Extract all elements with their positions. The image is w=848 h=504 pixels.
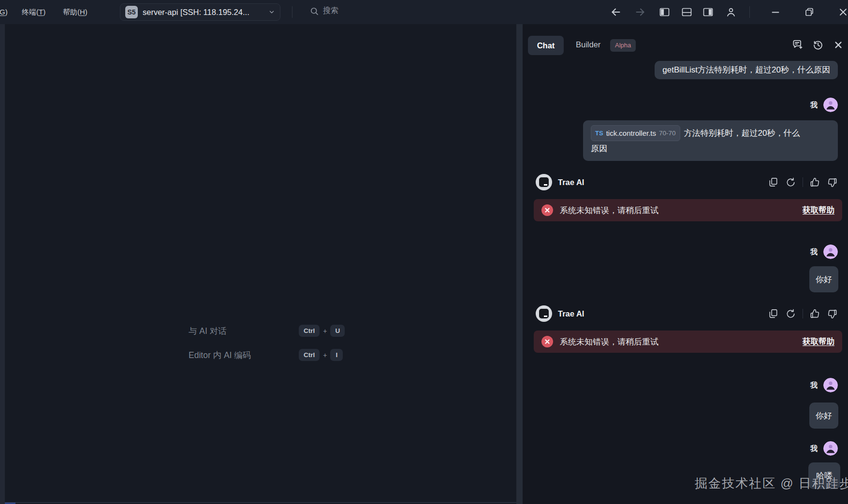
user-avatar	[823, 441, 838, 456]
keycap-u: U	[330, 325, 345, 337]
thumbs-up-icon[interactable]	[809, 308, 820, 319]
window-restore-icon[interactable]	[804, 6, 815, 18]
watermark: 掘金技术社区 @ 日积跬步	[695, 475, 848, 492]
activity-bar-strip	[0, 24, 5, 504]
file-name: tick.controller.ts	[606, 126, 656, 140]
panel-close-icon[interactable]	[832, 39, 845, 51]
menu-item-cut[interactable]: (G)	[0, 7, 8, 17]
error-banner: 系统未知错误，请稍后重试 获取帮助	[534, 331, 842, 353]
get-help-link[interactable]: 获取帮助	[803, 205, 834, 216]
user-label: 我	[810, 381, 818, 390]
toggle-bottom-panel-icon[interactable]	[681, 6, 692, 18]
message-text-line2: 原因	[591, 142, 830, 156]
alpha-badge: Alpha	[610, 39, 636, 52]
search-input[interactable]: 搜索	[309, 6, 338, 16]
assistant-header-row: Trae AI	[536, 174, 838, 190]
error-icon	[541, 204, 553, 216]
user-label: 我	[810, 101, 818, 110]
user-label: 我	[810, 247, 818, 257]
assistant-header-row: Trae AI	[536, 305, 838, 322]
keycap-ctrl: Ctrl	[299, 325, 320, 337]
editor-area[interactable]: 与 AI 对话 Ctrl + U Editor 内 AI 编码 Ctrl + I	[5, 24, 516, 504]
title-bar: (G) 终端(T) 帮助(H) S5 server-api [SSH: 118.…	[0, 0, 848, 24]
new-chat-icon[interactable]	[791, 39, 804, 51]
menu-item-terminal[interactable]: 终端(T)	[22, 7, 45, 17]
workspace-switcher[interactable]: S5 server-api [SSH: 118.195.24...	[120, 3, 280, 21]
line-range: 70-70	[659, 126, 676, 140]
user-message-bubble: getBillList方法特别耗时，超过20秒，什么原因	[655, 61, 838, 79]
thumbs-down-icon[interactable]	[827, 308, 838, 319]
copy-icon[interactable]	[768, 177, 779, 188]
search-placeholder: 搜索	[323, 6, 338, 16]
search-icon	[309, 6, 319, 16]
toggle-left-sidebar-icon[interactable]	[658, 6, 670, 18]
account-icon[interactable]	[725, 6, 737, 18]
trae-ai-avatar	[536, 174, 552, 190]
user-label: 我	[810, 444, 818, 453]
assistant-name: Trae AI	[558, 178, 584, 187]
user-meta-row: 我	[810, 245, 838, 259]
editor-bottom-line	[5, 502, 516, 503]
copy-icon[interactable]	[768, 308, 779, 319]
history-icon[interactable]	[812, 39, 824, 51]
error-text: 系统未知错误，请稍后重试	[560, 336, 658, 347]
assistant-name: Trae AI	[558, 309, 584, 318]
thumbs-up-icon[interactable]	[809, 177, 820, 188]
hint-inline-edit-label: Editor 内 AI 编码	[189, 349, 299, 361]
keycap-ctrl: Ctrl	[299, 349, 320, 361]
toggle-right-sidebar-icon[interactable]	[702, 6, 714, 18]
actions-separator	[803, 309, 803, 318]
titlebar-separator	[292, 6, 292, 18]
workspace-title: server-api [SSH: 118.195.24...	[143, 8, 249, 17]
panel-resize-handle[interactable]	[516, 24, 523, 504]
get-help-link[interactable]: 获取帮助	[803, 336, 834, 347]
ai-chat-panel: Chat Builder Alpha getBillList方法特别耗时，超过2…	[523, 24, 848, 504]
chevron-down-icon	[268, 9, 275, 15]
keycap-plus: +	[323, 327, 327, 335]
error-icon	[541, 336, 553, 347]
regenerate-icon[interactable]	[785, 177, 796, 188]
nav-forward-icon[interactable]	[634, 6, 646, 18]
user-avatar	[823, 98, 838, 112]
trae-ai-avatar	[536, 305, 552, 322]
user-message-bubble: 你好	[809, 266, 838, 292]
actions-separator	[803, 177, 803, 187]
user-message-bubble: 你好	[809, 403, 838, 429]
tab-builder[interactable]: Builder	[576, 40, 600, 49]
error-banner: 系统未知错误，请稍后重试 获取帮助	[534, 199, 842, 221]
user-avatar	[823, 245, 838, 259]
titlebar-separator-2	[749, 6, 750, 18]
user-message-bubble-with-file: TS tick.controller.ts 70-70 方法特别耗时，超过20秒…	[583, 120, 838, 161]
window-close-icon[interactable]	[837, 6, 848, 18]
file-reference-chip[interactable]: TS tick.controller.ts 70-70	[591, 125, 680, 141]
hint-inline-edit-shortcut: Editor 内 AI 编码 Ctrl + I	[189, 349, 343, 361]
nav-back-icon[interactable]	[610, 6, 622, 18]
user-avatar	[823, 378, 838, 392]
ts-file-icon: TS	[595, 126, 603, 140]
workspace-badge: S5	[125, 6, 138, 18]
hint-chat-label: 与 AI 对话	[189, 325, 299, 337]
tab-chat[interactable]: Chat	[528, 36, 564, 55]
user-meta-row: 我	[810, 378, 838, 392]
hint-chat-shortcut: 与 AI 对话 Ctrl + U	[189, 325, 345, 337]
menu-item-help[interactable]: 帮助(H)	[63, 7, 88, 17]
keycap-i: I	[330, 349, 343, 361]
user-meta-row: 我	[810, 98, 838, 112]
keycap-plus: +	[323, 351, 327, 359]
thumbs-down-icon[interactable]	[827, 177, 838, 188]
message-text-line1: 方法特别耗时，超过20秒，什么	[684, 129, 800, 138]
error-text: 系统未知错误，请稍后重试	[560, 205, 658, 216]
regenerate-icon[interactable]	[785, 308, 796, 319]
user-meta-row: 我	[810, 441, 838, 456]
window-minimize-icon[interactable]	[770, 6, 781, 18]
